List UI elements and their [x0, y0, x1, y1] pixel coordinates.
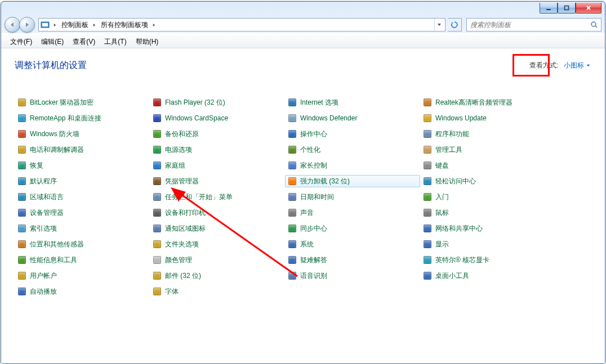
maximize-button[interactable]	[558, 3, 576, 14]
cp-item[interactable]: 强力卸载 (32 位)	[285, 175, 420, 187]
cp-item[interactable]: Flash Player (32 位)	[150, 96, 285, 109]
cp-item-label: 任务栏和「开始」菜单	[165, 192, 233, 202]
cp-item-label: 区域和语言	[30, 192, 64, 202]
cp-item-label: 通知区域图标	[165, 224, 206, 233]
cp-item-icon	[153, 145, 162, 154]
cp-item-icon	[288, 271, 297, 280]
breadcrumb-control-panel[interactable]: 控制面板	[58, 19, 91, 31]
menu-file[interactable]: 文件(F)	[7, 36, 35, 48]
breadcrumb-all-items[interactable]: 所有控制面板项	[97, 19, 150, 31]
forward-button[interactable]	[19, 17, 35, 33]
cp-item[interactable]: 个性化	[285, 143, 420, 156]
cp-item[interactable]: 性能信息和工具	[15, 254, 150, 266]
cp-item-label: 电话和调制解调器	[30, 145, 84, 155]
crumb-arrow-icon[interactable]	[150, 23, 157, 27]
menu-view[interactable]: 查看(V)	[69, 36, 99, 48]
cp-item[interactable]: 区域和语言	[15, 191, 150, 203]
cp-item[interactable]: 自动播放	[15, 285, 150, 298]
cp-item[interactable]: Windows Defender	[285, 112, 420, 124]
cp-item-icon	[17, 192, 26, 201]
cp-item[interactable]: 字体	[150, 285, 285, 298]
cp-item-label: 系统	[300, 240, 314, 249]
cp-item[interactable]: Windows 防火墙	[15, 128, 150, 140]
cp-item-icon	[17, 161, 26, 170]
cp-item-icon	[423, 240, 432, 249]
cp-item[interactable]: 设备和打印机	[150, 206, 285, 219]
cp-item-label: 日期和时间	[300, 192, 334, 202]
cp-item[interactable]: 网络和共享中心	[420, 222, 555, 235]
cp-item[interactable]: 键盘	[420, 159, 555, 172]
cp-item[interactable]: 鼠标	[420, 206, 555, 219]
view-dropdown[interactable]: 小图标	[560, 60, 594, 71]
search-input[interactable]	[469, 20, 590, 29]
cp-item[interactable]: RemoteApp 和桌面连接	[15, 112, 150, 124]
cp-item[interactable]: 用户帐户	[15, 269, 150, 282]
cp-item[interactable]: 程序和功能	[420, 128, 555, 140]
cp-item[interactable]: 日期和时间	[285, 191, 420, 203]
address-bar[interactable]: 控制面板 所有控制面板项	[38, 18, 445, 32]
cp-item[interactable]: 语音识别	[285, 269, 420, 282]
cp-item[interactable]: 声音	[285, 206, 420, 219]
cp-item[interactable]: Windows Update	[420, 112, 555, 124]
minimize-button[interactable]	[540, 3, 558, 14]
address-dropdown-arrow[interactable]	[434, 19, 444, 31]
cp-item-label: 键盘	[435, 161, 449, 170]
cp-item-label: 默认程序	[30, 177, 57, 186]
cp-item[interactable]: 设备管理器	[15, 206, 150, 219]
cp-item-label: Flash Player (32 位)	[165, 98, 225, 107]
back-button[interactable]	[5, 17, 20, 33]
crumb-arrow-icon[interactable]	[91, 23, 97, 27]
menu-edit[interactable]: 编辑(E)	[38, 36, 67, 48]
cp-item[interactable]: 备份和还原	[150, 128, 285, 140]
cp-item[interactable]: 显示	[420, 238, 555, 250]
cp-item[interactable]: 桌面小工具	[420, 269, 555, 282]
menubar: 文件(F) 编辑(E) 查看(V) 工具(T) 帮助(H)	[1, 35, 605, 48]
cp-item[interactable]: 系统	[285, 238, 420, 250]
cp-item-label: 鼠标	[435, 208, 449, 218]
cp-item[interactable]: 颜色管理	[150, 254, 285, 266]
menu-help[interactable]: 帮助(H)	[132, 36, 162, 48]
cp-item[interactable]: 电源选项	[150, 143, 285, 156]
cp-item[interactable]: BitLocker 驱动器加密	[15, 96, 150, 109]
cp-item[interactable]: 默认程序	[15, 175, 150, 187]
search-box[interactable]	[466, 18, 601, 32]
cp-item[interactable]: 操作中心	[285, 128, 420, 140]
cp-item-icon	[153, 192, 162, 201]
cp-item[interactable]: 入门	[420, 191, 555, 203]
refresh-button[interactable]	[448, 18, 462, 32]
cp-item[interactable]: 通知区域图标	[150, 222, 285, 235]
cp-item[interactable]: 同步中心	[285, 222, 420, 235]
cp-item[interactable]: 索引选项	[15, 222, 150, 235]
cp-item[interactable]: 轻松访问中心	[420, 175, 555, 187]
menu-tools[interactable]: 工具(T)	[101, 36, 130, 48]
cp-item-icon	[423, 192, 432, 201]
cp-item[interactable]: 凭据管理器	[150, 175, 285, 187]
cp-item[interactable]: Windows CardSpace	[150, 112, 285, 124]
cp-item[interactable]: 文件夹选项	[150, 238, 285, 250]
cp-item[interactable]: Realtek高清晰音频管理器	[420, 96, 555, 109]
cp-item[interactable]: 家长控制	[285, 159, 420, 172]
cp-item-icon	[17, 98, 26, 107]
cp-item-icon	[288, 129, 297, 138]
cp-item[interactable]: 英特尔® 核芯显卡	[420, 254, 555, 266]
cp-item-label: 索引选项	[30, 224, 57, 233]
cp-item[interactable]: 恢复	[15, 159, 150, 172]
cp-item-icon	[423, 129, 432, 138]
cp-item[interactable]: 家庭组	[150, 159, 285, 172]
cp-item[interactable]: 电话和调制解调器	[15, 143, 150, 156]
cp-item-label: 管理工具	[435, 145, 462, 155]
cp-item[interactable]: Internet 选项	[285, 96, 420, 109]
cp-item[interactable]: 疑难解答	[285, 254, 420, 266]
cp-item[interactable]: 管理工具	[420, 143, 555, 156]
cp-item[interactable]: 任务栏和「开始」菜单	[150, 191, 285, 203]
crumb-arrow-icon[interactable]	[51, 23, 58, 27]
cp-item[interactable]: 位置和其他传感器	[15, 238, 150, 250]
search-icon[interactable]	[590, 20, 599, 29]
cp-item-icon	[17, 114, 26, 123]
cp-item-icon	[423, 271, 432, 280]
cp-item[interactable]: 邮件 (32 位)	[150, 269, 285, 282]
cp-item-icon	[288, 255, 297, 264]
close-button[interactable]	[576, 3, 601, 14]
cp-item-icon	[17, 287, 26, 296]
cp-item-icon	[288, 208, 297, 217]
